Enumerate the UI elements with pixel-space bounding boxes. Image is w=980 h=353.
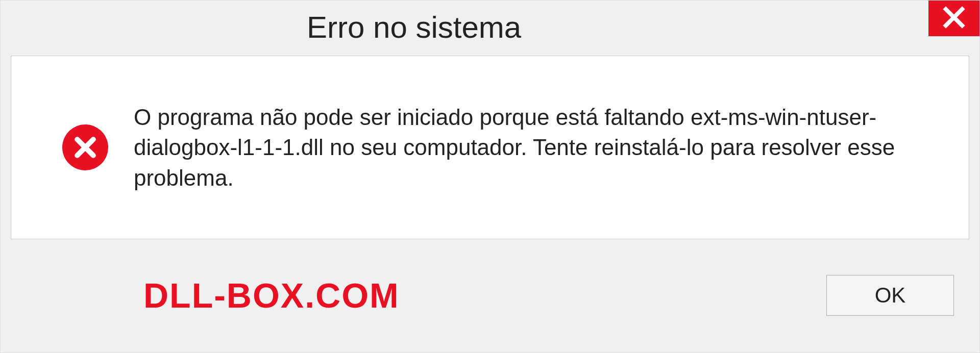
dialog-title: Erro no sistema [307,1,521,45]
error-icon [62,124,108,170]
content-panel: O programa não pode ser iniciado porque … [11,56,969,239]
watermark-text: DLL-BOX.COM [143,275,400,315]
close-icon [942,5,966,32]
ok-button[interactable]: OK [826,275,954,316]
error-message: O programa não pode ser iniciado porque … [134,102,928,193]
title-bar: Erro no sistema [1,1,979,52]
footer-row: DLL-BOX.COM OK [1,275,979,316]
close-button[interactable] [928,1,979,36]
